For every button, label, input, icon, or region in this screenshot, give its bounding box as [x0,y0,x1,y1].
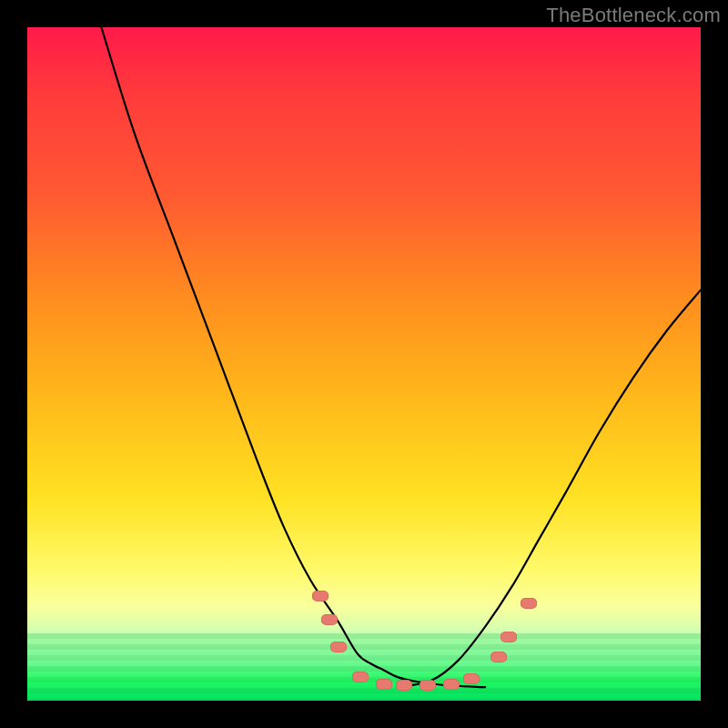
chart-frame: TheBottleneck.com [0,0,728,728]
data-marker [376,679,392,690]
data-marker [500,632,517,642]
data-marker [352,672,369,682]
data-marker [321,614,338,625]
right-curve [398,290,701,688]
watermark-text: TheBottleneck.com [546,4,721,27]
data-marker [396,680,412,691]
data-marker [490,652,507,662]
data-marker [463,673,480,684]
curve-layer [27,27,701,701]
plot-area [27,27,701,701]
data-marker [312,591,329,602]
left-curve [101,27,485,687]
data-marker [330,642,347,652]
data-marker [443,679,460,690]
data-marker [521,598,537,609]
data-marker [420,680,436,691]
